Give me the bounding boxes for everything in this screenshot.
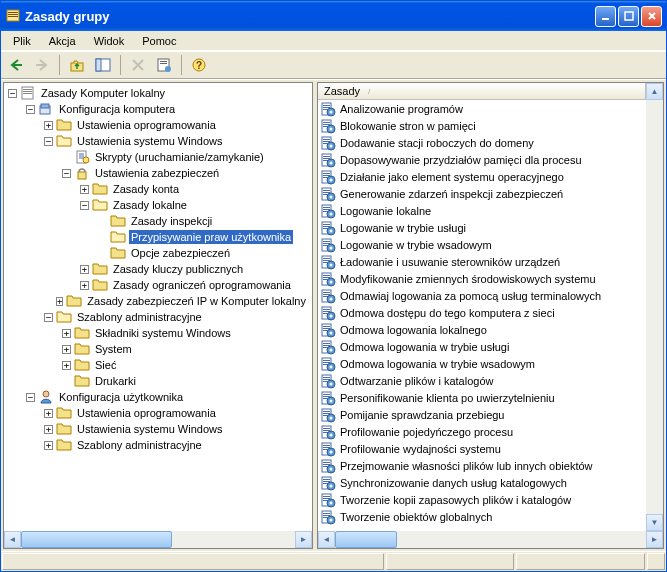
menu-file[interactable]: Plik: [5, 33, 39, 49]
tree-node-software-settings[interactable]: +Ustawienia oprogramowania: [4, 117, 312, 133]
tree-node-account-policies[interactable]: +Zasady konta: [4, 181, 312, 197]
menu-view[interactable]: Widok: [86, 33, 133, 49]
column-header-policy[interactable]: Zasady: [324, 85, 360, 97]
list-item[interactable]: Generowanie zdarzeń inspekcji zabezpiecz…: [318, 185, 646, 202]
menu-help[interactable]: Pomoc: [134, 33, 184, 49]
tree-node-u-admin-templates[interactable]: +Szablony administracyjne: [4, 437, 312, 453]
tree-node-user-config[interactable]: −Konfiguracja użytkownika: [4, 389, 312, 405]
expand-icon[interactable]: +: [44, 441, 53, 450]
list-item[interactable]: Dodawanie stacji roboczych do domeny: [318, 134, 646, 151]
list-view[interactable]: Analizowanie programówBlokowanie stron w…: [318, 100, 646, 531]
expand-icon[interactable]: +: [44, 409, 53, 418]
tree-node-ipsec[interactable]: +Zasady zabezpieczeń IP w Komputer lokal…: [4, 293, 312, 309]
list-hscrollbar[interactable]: ◄ ►: [318, 531, 663, 548]
expand-icon[interactable]: +: [80, 185, 89, 194]
up-button[interactable]: [66, 54, 88, 76]
collapse-icon[interactable]: −: [26, 105, 35, 114]
expand-icon[interactable]: +: [56, 297, 63, 306]
tree-node-security-settings[interactable]: −Ustawienia zabezpieczeń: [4, 165, 312, 181]
list-item[interactable]: Odmowa logowania lokalnego: [318, 321, 646, 338]
expand-icon[interactable]: +: [44, 121, 53, 130]
tree-view[interactable]: −Zasady Komputer lokalny−Konfiguracja ko…: [4, 83, 312, 531]
properties-button[interactable]: [153, 54, 175, 76]
expand-icon[interactable]: +: [62, 361, 71, 370]
tree-node-software-restrict[interactable]: +Zasady ograniczeń oprogramowania: [4, 277, 312, 293]
collapse-icon[interactable]: −: [44, 137, 53, 146]
maximize-button[interactable]: [618, 6, 639, 27]
list-item-label: Logowanie w trybie wsadowym: [340, 239, 492, 251]
svg-rect-75: [323, 243, 330, 244]
list-item[interactable]: Analizowanie programów: [318, 100, 646, 117]
expand-icon[interactable]: +: [80, 265, 89, 274]
list-item[interactable]: Logowanie lokalne: [318, 202, 646, 219]
list-item[interactable]: Tworzenie kopii zapasowych plików i kata…: [318, 491, 646, 508]
expand-icon[interactable]: +: [62, 345, 71, 354]
scroll-left-button[interactable]: ◄: [318, 531, 335, 548]
tree-label: Skrypty (uruchamianie/zamykanie): [93, 150, 266, 164]
scroll-left-button[interactable]: ◄: [4, 531, 21, 548]
list-header[interactable]: Zasady /: [318, 83, 646, 100]
tree-label: Zasady zabezpieczeń IP w Komputer lokaln…: [85, 294, 308, 308]
scroll-right-button[interactable]: ►: [646, 531, 663, 548]
collapse-icon[interactable]: −: [62, 169, 71, 178]
collapse-icon[interactable]: −: [44, 313, 53, 322]
tree-node-audit-policy[interactable]: Zasady inspekcji: [4, 213, 312, 229]
list-item[interactable]: Działanie jako element systemu operacyjn…: [318, 168, 646, 185]
tree-node-system[interactable]: +System: [4, 341, 312, 357]
list-item[interactable]: Dopasowywanie przydziałów pamięci dla pr…: [318, 151, 646, 168]
tree-hscrollbar[interactable]: ◄ ►: [4, 531, 312, 548]
tree-node-printers[interactable]: Drukarki: [4, 373, 312, 389]
menu-action[interactable]: Akcja: [41, 33, 84, 49]
titlebar[interactable]: Zasady grupy: [1, 1, 666, 31]
tree-node-local-policies[interactable]: −Zasady lokalne: [4, 197, 312, 213]
tree-node-windows-components[interactable]: +Składniki systemu Windows: [4, 325, 312, 341]
back-button[interactable]: [5, 54, 27, 76]
list-item[interactable]: Pomijanie sprawdzania przebiegu: [318, 406, 646, 423]
tree-node-user-rights[interactable]: Przypisywanie praw użytkownika: [4, 229, 312, 245]
list-item[interactable]: Przejmowanie własności plików lub innych…: [318, 457, 646, 474]
tree-node-admin-templates[interactable]: −Szablony administracyjne: [4, 309, 312, 325]
tree-node-security-options[interactable]: Opcje zabezpieczeń: [4, 245, 312, 261]
tree-node-root[interactable]: −Zasady Komputer lokalny: [4, 85, 312, 101]
minimize-button[interactable]: [595, 6, 616, 27]
list-item[interactable]: Personifikowanie klienta po uwierzytelni…: [318, 389, 646, 406]
collapse-icon[interactable]: −: [8, 89, 17, 98]
list-item[interactable]: Logowanie w trybie wsadowym: [318, 236, 646, 253]
tree-node-windows-settings[interactable]: −Ustawienia systemu Windows: [4, 133, 312, 149]
tree-node-scripts[interactable]: Skrypty (uruchamianie/zamykanie): [4, 149, 312, 165]
list-item[interactable]: Odtwarzanie plików i katalogów: [318, 372, 646, 389]
list-item[interactable]: Synchronizowanie danych usług katalogowy…: [318, 474, 646, 491]
list-item[interactable]: Profilowanie pojedyńczego procesu: [318, 423, 646, 440]
tree-node-computer-config[interactable]: −Konfiguracja komputera: [4, 101, 312, 117]
list-item[interactable]: Modyfikowanie zmiennych środowiskowych s…: [318, 270, 646, 287]
close-button[interactable]: [641, 6, 662, 27]
tree-node-network[interactable]: +Sieć: [4, 357, 312, 373]
list-item[interactable]: Odmowa logowania w trybie usługi: [318, 338, 646, 355]
tree-node-u-windows-settings[interactable]: +Ustawienia systemu Windows: [4, 421, 312, 437]
delete-button[interactable]: [127, 54, 149, 76]
forward-button[interactable]: [31, 54, 53, 76]
list-item[interactable]: Odmawiaj logowania za pomocą usług termi…: [318, 287, 646, 304]
expand-spacer: [98, 233, 107, 242]
list-item[interactable]: Blokowanie stron w pamięci: [318, 117, 646, 134]
list-vscrollbar[interactable]: ▲ ▼: [646, 83, 663, 531]
show-hide-tree-button[interactable]: [92, 54, 114, 76]
list-item[interactable]: Ładowanie i usuwanie sterowników urządze…: [318, 253, 646, 270]
help-button[interactable]: ?: [188, 54, 210, 76]
scroll-right-button[interactable]: ►: [295, 531, 312, 548]
list-item[interactable]: Profilowanie wydajności systemu: [318, 440, 646, 457]
list-item[interactable]: Odmowa logowania w trybie wsadowym: [318, 355, 646, 372]
list-item[interactable]: Tworzenie obiektów globalnych: [318, 508, 646, 525]
scroll-down-button[interactable]: ▼: [646, 514, 663, 531]
scroll-up-button[interactable]: ▲: [646, 83, 663, 100]
collapse-icon[interactable]: −: [80, 201, 89, 210]
tree-node-public-key[interactable]: +Zasady kluczy publicznych: [4, 261, 312, 277]
list-item[interactable]: Odmowa dostępu do tego komputera z sieci: [318, 304, 646, 321]
collapse-icon[interactable]: −: [26, 393, 35, 402]
expand-icon[interactable]: +: [80, 281, 89, 290]
expand-icon[interactable]: +: [44, 425, 53, 434]
list-item[interactable]: Logowanie w trybie usługi: [318, 219, 646, 236]
expand-icon[interactable]: +: [62, 329, 71, 338]
svg-point-120: [330, 365, 333, 368]
tree-node-u-software-settings[interactable]: +Ustawienia oprogramowania: [4, 405, 312, 421]
